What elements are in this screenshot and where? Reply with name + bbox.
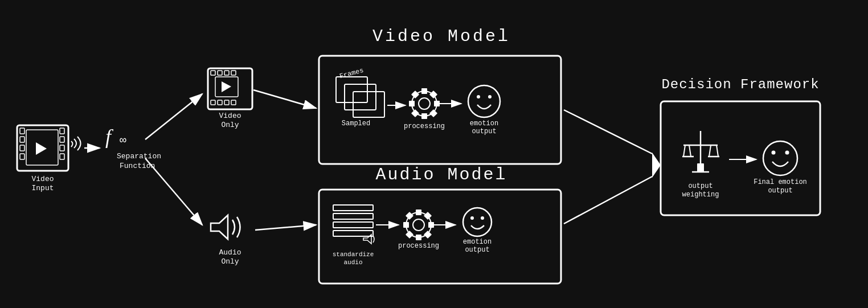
svg-text:processing: processing — [404, 122, 445, 130]
svg-marker-29 — [222, 81, 231, 92]
svg-rect-23 — [231, 71, 236, 75]
svg-rect-64 — [333, 231, 373, 236]
audio-model-title: Audio Model — [375, 165, 507, 184]
svg-point-69 — [413, 219, 424, 231]
svg-line-32 — [253, 90, 316, 108]
svg-rect-25 — [218, 100, 222, 105]
svg-text:output: output — [472, 128, 496, 135]
svg-line-86 — [564, 176, 652, 224]
svg-text:Separation: Separation — [117, 152, 161, 161]
svg-line-35 — [255, 225, 316, 230]
video-model-title: Video Model — [372, 27, 510, 46]
svg-rect-51 — [411, 109, 419, 117]
svg-text:Final emotion: Final emotion — [754, 178, 807, 186]
svg-text:standardize: standardize — [333, 251, 374, 258]
svg-line-18 — [145, 158, 202, 225]
svg-rect-49 — [411, 91, 419, 98]
svg-rect-22 — [224, 71, 229, 75]
svg-marker-11 — [36, 142, 47, 155]
svg-line-92 — [683, 145, 685, 157]
svg-rect-60 — [319, 190, 561, 284]
svg-text:Decision Framework: Decision Framework — [661, 77, 819, 92]
svg-rect-8 — [60, 145, 64, 151]
svg-text:output: output — [768, 187, 792, 195]
svg-rect-36 — [319, 56, 561, 164]
svg-rect-52 — [429, 109, 437, 117]
svg-line-95 — [709, 145, 711, 157]
svg-rect-46 — [421, 113, 427, 119]
svg-text:audio: audio — [343, 259, 362, 266]
svg-text:Video: Video — [219, 112, 241, 120]
svg-rect-28 — [215, 77, 238, 97]
svg-rect-20 — [211, 71, 215, 75]
svg-rect-9 — [60, 154, 64, 159]
svg-point-82 — [481, 216, 484, 220]
svg-text:Audio: Audio — [219, 248, 241, 257]
svg-rect-7 — [60, 137, 64, 142]
svg-rect-37 — [336, 77, 367, 102]
svg-line-93 — [689, 145, 691, 157]
svg-rect-61 — [333, 205, 373, 211]
svg-rect-1 — [17, 125, 68, 171]
svg-text:emotion: emotion — [470, 120, 498, 128]
svg-point-104 — [772, 151, 776, 155]
svg-text:output: output — [688, 182, 713, 190]
svg-rect-26 — [224, 100, 229, 105]
svg-rect-10 — [26, 130, 58, 165]
svg-rect-2 — [20, 128, 24, 134]
svg-text:weighting: weighting — [682, 191, 719, 199]
svg-rect-75 — [424, 212, 432, 220]
svg-rect-62 — [333, 213, 373, 219]
sep-func-symbol: f — [105, 125, 114, 148]
svg-point-43 — [412, 91, 437, 116]
svg-line-96 — [716, 145, 718, 157]
svg-rect-6 — [60, 128, 64, 134]
svg-text:Frames: Frames — [339, 67, 365, 81]
diagram: Video Input f ∞ Separation Function Vide… — [0, 0, 868, 308]
svg-point-55 — [468, 85, 500, 117]
svg-text:Sampled: Sampled — [342, 120, 370, 128]
svg-rect-19 — [208, 68, 252, 109]
svg-rect-63 — [333, 222, 373, 228]
svg-text:emotion: emotion — [463, 238, 492, 246]
svg-rect-74 — [406, 212, 413, 220]
svg-rect-47 — [409, 101, 415, 106]
svg-line-17 — [145, 94, 202, 139]
svg-rect-73 — [428, 222, 434, 228]
svg-rect-3 — [20, 137, 24, 142]
svg-rect-76 — [406, 231, 413, 239]
svg-text:Only: Only — [221, 121, 239, 129]
svg-rect-72 — [403, 222, 409, 228]
svg-text:Function: Function — [120, 162, 155, 170]
svg-point-68 — [406, 212, 431, 237]
svg-rect-39 — [353, 92, 384, 117]
svg-text:Only: Only — [221, 257, 239, 266]
svg-text:∞: ∞ — [120, 134, 126, 147]
svg-point-105 — [785, 151, 789, 155]
svg-rect-50 — [429, 91, 437, 98]
svg-point-56 — [477, 95, 480, 98]
svg-rect-21 — [218, 71, 222, 75]
svg-marker-87 — [652, 153, 661, 178]
svg-rect-77 — [424, 231, 432, 239]
svg-rect-38 — [345, 84, 376, 110]
svg-point-103 — [763, 141, 797, 175]
svg-point-81 — [470, 216, 474, 220]
svg-rect-4 — [20, 145, 24, 151]
svg-rect-88 — [661, 101, 820, 215]
svg-text:output: output — [465, 246, 489, 254]
svg-rect-71 — [416, 235, 421, 240]
svg-point-44 — [419, 98, 430, 109]
svg-point-80 — [463, 208, 492, 236]
video-input-label: Video — [31, 175, 54, 183]
svg-rect-98 — [697, 163, 704, 172]
svg-rect-27 — [231, 100, 236, 105]
svg-text:processing: processing — [398, 242, 439, 250]
svg-line-85 — [564, 110, 652, 154]
svg-text:Input: Input — [31, 184, 54, 192]
svg-rect-24 — [211, 100, 215, 105]
svg-point-57 — [488, 95, 492, 98]
svg-rect-45 — [421, 88, 427, 94]
svg-rect-70 — [416, 210, 421, 215]
svg-rect-5 — [20, 154, 24, 159]
